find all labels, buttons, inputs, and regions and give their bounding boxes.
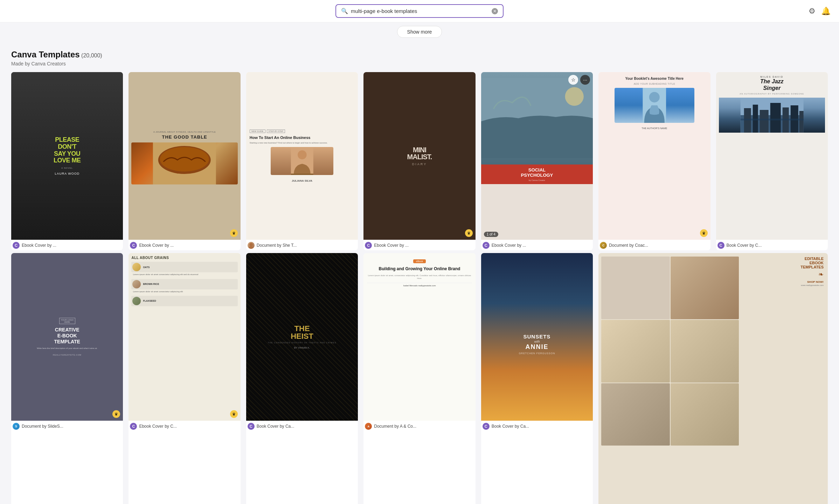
template-info-5: C Ebook Cover by ... (481, 240, 593, 250)
creator-name-4: Ebook Cover by ... (374, 243, 474, 248)
creator-avatar-11: A (365, 423, 372, 430)
book-subtitle-1: A NOVEL (54, 167, 81, 169)
grid-cell-6 (671, 383, 739, 446)
grid-cell-3 (601, 320, 670, 383)
grain-label-flaxseed: FLAXSEED (143, 300, 156, 302)
search-input[interactable] (351, 8, 492, 14)
book-sub-8: Write here the brief description of your… (15, 347, 119, 350)
thumb-13: EDITABLEEBOOKTEMPLATES ❧ SHOP NOW! www.r… (598, 253, 828, 504)
grain-color-rice (132, 280, 141, 288)
crown-badge-6: ♛ (700, 229, 708, 237)
book-title-12: SUNSETS (485, 334, 589, 340)
creator-name-11: Document by A & Co... (374, 424, 474, 429)
thumb-4: MINIMALIST. DIARY ♛ (363, 72, 475, 240)
person-container-3 (250, 144, 354, 178)
more-button-5[interactable]: ··· (580, 75, 590, 85)
template-card-7[interactable]: MILES DAVID The JazzSinger AN AUTOBIOGRA… (716, 72, 828, 250)
creator-name-2: Ebook Cover by ... (139, 243, 239, 248)
creator-name-9: Ebook Cover by C... (139, 424, 239, 429)
book-sub-4: DIARY (367, 162, 472, 166)
crown-badge-2: ♛ (230, 229, 238, 237)
person-image-3 (271, 147, 334, 175)
heist-lines (246, 253, 358, 421)
top-icons: ⚙ 🔔 (809, 7, 831, 16)
template-card-2[interactable]: A JOURNAL ABOUT FITNESS, HEALTH AND LIFE… (129, 72, 240, 250)
template-card-4[interactable]: MINIMALIST. DIARY ♛ C Ebook Cover by ... (363, 72, 475, 250)
section-subtitle: Made by Canva Creators (11, 61, 828, 66)
crown-badge-4: ♛ (465, 229, 473, 237)
book-title-2: THE GOOD TABLE (131, 134, 237, 140)
creator-avatar-4: C (365, 242, 372, 249)
thumb-6-content: Your Booklet's Awesome Title Here ADD YO… (598, 72, 710, 134)
template-card-8[interactable]: YOUR LOGOHERE CREATIVEE-BOOKTEMPLATE Wri… (11, 253, 123, 504)
creator-name-3: Document by She T... (257, 243, 356, 248)
grain-label-oats: OATS (143, 266, 150, 268)
templates-row-1: PLEASEDON'TSAY YOULOVE ME A NOVEL LAURA … (11, 72, 828, 250)
template-info-9: C Ebook Cover by C... (129, 421, 240, 431)
thumb-8-content: YOUR LOGOHERE CREATIVEE-BOOKTEMPLATE Wri… (11, 313, 123, 361)
top-bar: 🔍 ✕ ⚙ 🔔 (0, 0, 839, 22)
book-title-5: SOCIALPSYCHOLOGY (484, 167, 590, 178)
thumb-1-content: PLEASEDON'TSAY YOULOVE ME A NOVEL LAURA … (50, 130, 84, 182)
grid-cell-2 (671, 257, 739, 319)
book-title-11: Building and Growing Your Online Brand (367, 266, 472, 272)
settings-button[interactable]: ⚙ (809, 7, 816, 16)
logo-placeholder-8: YOUR LOGOHERE (59, 318, 75, 324)
template-card-1[interactable]: PLEASEDON'TSAY YOULOVE ME A NOVEL LAURA … (11, 72, 123, 250)
svg-point-11 (649, 92, 660, 103)
show-more-button[interactable]: Show more (397, 26, 442, 38)
template-info-2: C Ebook Cover by ... (129, 240, 240, 250)
book-title-8: CREATIVEE-BOOKTEMPLATE (15, 327, 119, 344)
thumb-7-content: MILES DAVID The JazzSinger AN AUTOBIOGRA… (716, 72, 828, 136)
star-button-5[interactable]: ☆ (568, 75, 578, 85)
svg-rect-16 (760, 110, 768, 133)
template-card-3[interactable]: NEW GUIDE STEP-BY-STEP How To Start An O… (246, 72, 358, 250)
template-info-8: S Document by SlideS... (11, 421, 123, 431)
badge-count-5: 1 of 4 (484, 232, 498, 237)
person-image-6 (615, 88, 694, 123)
tag-step-by-step: STEP-BY-STEP (267, 130, 285, 133)
thumb-7: MILES DAVID The JazzSinger AN AUTOBIOGRA… (716, 72, 828, 240)
template-card-11[interactable]: eBook Building and Growing Your Online B… (363, 253, 475, 504)
creator-avatar-2: C (130, 242, 137, 249)
svg-rect-20 (799, 111, 803, 133)
template-card-9[interactable]: ALL ABOUT GRAINS OATS Lorem ipsum dolor … (129, 253, 240, 504)
thumb-5-bottom: SOCIALPSYCHOLOGY by Canva Creator (481, 164, 593, 184)
crown-badge-8: ♛ (112, 410, 120, 418)
book-title-7: The JazzSinger (719, 78, 825, 91)
template-card-10[interactable]: THEHEIST THE CONDENSED HISTORY OF THEFTS… (246, 253, 358, 504)
main-content: Canva Templates (20,000) Made by Canva C… (0, 41, 839, 504)
thumb-4-content: MINIMALIST. DIARY (363, 139, 475, 173)
thumb-12-content: SUNSETS with ANNIE GRETCHEN FERGUSSON (481, 313, 593, 362)
notifications-button[interactable]: 🔔 (821, 7, 831, 16)
tag-new-guide: NEW GUIDE (250, 130, 265, 133)
website-8: REALLYGREATSITE.COM (15, 354, 119, 356)
template-info-4: C Ebook Cover by ... (363, 240, 475, 250)
grid-cell-4 (671, 320, 739, 383)
thumb-3-content: NEW GUIDE STEP-BY-STEP How To Start An O… (246, 126, 358, 186)
book-with-12: with (485, 340, 589, 343)
template-card-12[interactable]: SUNSETS with ANNIE GRETCHEN FERGUSSON C … (481, 253, 593, 504)
thumb-2-sub: A JOURNAL ABOUT FITNESS, HEALTH AND LIFE… (131, 131, 237, 133)
decorative-icon-13: ❧ (733, 271, 824, 278)
template-card-6[interactable]: Your Booklet's Awesome Title Here ADD YO… (598, 72, 710, 250)
book-author-11: Isabel Mercado reallygreatsite.com (367, 283, 472, 287)
creator-name-5: Ebook Cover by ... (492, 243, 591, 248)
nature-image-5 (481, 72, 593, 164)
grain-color-flaxseed (132, 297, 141, 305)
templates-row-2: YOUR LOGOHERE CREATIVEE-BOOKTEMPLATE Wri… (11, 253, 828, 504)
template-card-13[interactable]: EDITABLEEBOOKTEMPLATES ❧ SHOP NOW! www.r… (598, 253, 828, 504)
svg-point-4 (298, 150, 307, 160)
book-name-12: ANNIE (485, 343, 589, 351)
grain-desc-rice: Lorem ipsum dolor sit amet consectetur a… (131, 289, 237, 294)
crown-badge-9: ♛ (230, 410, 238, 418)
grid-cell-5 (601, 383, 670, 446)
grain-item-flaxseed: FLAXSEED (131, 296, 237, 306)
thumb-6: Your Booklet's Awesome Title Here ADD YO… (598, 72, 710, 240)
grain-item-brown-rice: BROWN RICE (131, 279, 237, 289)
search-clear-button[interactable]: ✕ (492, 8, 498, 14)
template-card-5[interactable]: SOCIALPSYCHOLOGY by Canva Creator ☆ ··· … (481, 72, 593, 250)
thumb-3: NEW GUIDE STEP-BY-STEP How To Start An O… (246, 72, 358, 240)
section-header: Canva Templates (20,000) Made by Canva C… (11, 50, 828, 66)
nature-bg (481, 72, 593, 164)
